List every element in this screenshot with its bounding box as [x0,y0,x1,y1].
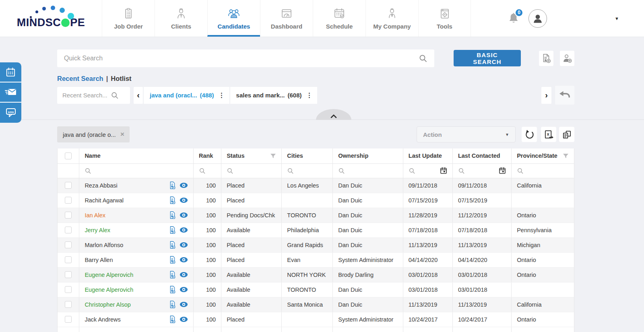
active-filter-chip[interactable]: java and (oracle o... × [57,126,130,142]
row-checkbox[interactable] [65,241,72,248]
nav-my-company[interactable]: My Company [365,0,418,37]
table-row[interactable]: Jerry Alex [58,223,574,237]
app-logo[interactable]: MINDSCPE [0,0,102,37]
chip-menu-icon[interactable]: ⋮ [219,91,225,99]
view-candidate-icon[interactable] [180,257,188,263]
column-header-last-contacted[interactable]: Last Contacted [452,148,511,163]
candidate-name[interactable]: Christopher Alsop [85,301,130,308]
resume-icon[interactable] [169,226,176,234]
column-header-cities[interactable]: Cities [282,148,333,163]
view-candidate-icon[interactable] [180,212,188,218]
view-candidate-icon[interactable] [180,197,188,203]
chips-scroll-right-button[interactable]: › [541,87,551,104]
column-header-ownership[interactable]: Ownership [333,148,403,163]
resume-icon[interactable] [169,241,176,249]
row-checkbox[interactable] [65,271,72,278]
columns-button[interactable] [559,127,574,142]
table-row[interactable]: Reza Abbasi [58,178,574,193]
filter-cities[interactable] [282,163,333,178]
table-row[interactable]: Barry Allen [58,252,574,267]
resume-icon[interactable] [169,285,176,294]
nav-tools[interactable]: Tools [418,0,471,37]
table-row[interactable]: Rachit Agarwal [58,193,574,208]
view-candidate-icon[interactable] [180,242,188,248]
recent-search-input[interactable] [62,92,111,99]
filter-funnel-icon[interactable] [563,153,569,159]
sidebar-email-button[interactable] [0,82,21,103]
row-checkbox[interactable] [65,286,72,293]
filter-name[interactable] [79,163,194,178]
table-row[interactable]: Marlon Alfonso [58,237,574,252]
nav-dashboard[interactable]: Dashboard [260,0,313,37]
resume-icon[interactable] [169,211,176,219]
view-candidate-icon[interactable] [180,316,188,322]
action-dropdown[interactable]: Action ▼ [417,126,516,142]
undo-button[interactable] [555,86,574,105]
search-icon[interactable] [111,91,119,99]
filter-ownership[interactable] [333,163,403,178]
row-checkbox[interactable] [65,212,72,219]
row-checkbox[interactable] [65,182,72,189]
date-picker-icon[interactable] [440,167,447,174]
candidate-name[interactable]: Rachit Agarwal [85,197,124,204]
export-excel-button[interactable]: x [541,127,556,142]
table-row[interactable]: Christopher Alsop [58,297,574,312]
sidebar-calendar-button[interactable] [0,62,21,82]
resume-icon[interactable] [169,315,176,324]
candidate-name[interactable]: Jerry Alex [85,227,110,233]
tab-hotlist[interactable]: Hotlist [111,75,131,82]
view-candidate-icon[interactable] [180,287,188,293]
view-candidate-icon[interactable] [180,301,188,307]
column-header-rank[interactable]: Rank [193,148,221,163]
quick-search-input[interactable] [64,55,419,62]
refresh-button[interactable] [522,127,537,142]
filter-last-update[interactable] [403,163,452,178]
filter-last-contacted[interactable] [452,163,511,178]
resume-icon[interactable] [169,300,176,309]
candidate-name[interactable]: Jack Andrews [85,316,120,323]
table-row[interactable]: Eugene Alperovich [58,267,574,282]
candidate-name[interactable]: Barry Allen [85,257,113,263]
column-header-last-update[interactable]: Last Update [403,148,452,163]
user-avatar[interactable] [528,9,547,28]
recent-search-chip[interactable]: java and (oracl... (488) ⋮ [144,87,229,104]
row-checkbox[interactable] [65,227,72,233]
filter-province[interactable] [512,163,574,178]
nav-schedule[interactable]: Schedule [313,0,365,37]
row-checkbox[interactable] [65,316,72,323]
view-candidate-icon[interactable] [180,227,188,233]
view-candidate-icon[interactable] [180,182,188,188]
resume-icon[interactable] [169,270,176,279]
notifications-button[interactable]: 0 [508,12,520,25]
close-icon[interactable]: × [120,130,124,138]
profile-caret-icon[interactable]: ▼ [615,16,619,21]
tab-recent-search[interactable]: Recent Search [57,75,103,82]
recent-search-chip[interactable]: sales and mark... (608) ⋮ [230,87,317,104]
row-checkbox[interactable] [65,256,72,263]
resume-icon[interactable] [169,256,176,264]
chip-menu-icon[interactable]: ⋮ [306,91,313,99]
sidebar-sms-button[interactable]: sms [0,103,21,123]
table-row[interactable]: Eugene Alperovich [58,282,574,297]
candidate-name[interactable]: Eugene Alperovich [85,272,133,278]
search-icon[interactable] [419,54,427,63]
nav-candidates[interactable]: Candidates [207,0,260,37]
collapse-panel-button[interactable] [316,109,351,120]
column-header-province[interactable]: Province/State [512,148,574,163]
add-candidate-button[interactable] [560,51,574,66]
chips-scroll-left-button[interactable]: ‹ [134,87,143,104]
filter-status[interactable] [221,163,282,178]
column-header-name[interactable]: Name [79,148,194,163]
filter-rank[interactable] [193,163,221,178]
candidate-name[interactable]: Marlon Alfonso [85,242,123,248]
resume-icon[interactable] [169,181,176,190]
basic-search-button[interactable]: BASIC SEARCH [454,50,521,66]
nav-clients[interactable]: Clients [155,0,207,37]
select-all-checkbox[interactable] [65,153,72,159]
add-resume-button[interactable] [539,51,553,66]
row-checkbox[interactable] [65,197,72,204]
date-picker-icon[interactable] [499,167,506,174]
table-row[interactable]: Ian Alex [58,208,574,223]
filter-funnel-icon[interactable] [270,153,276,159]
candidate-name[interactable]: Ian Alex [85,212,105,219]
